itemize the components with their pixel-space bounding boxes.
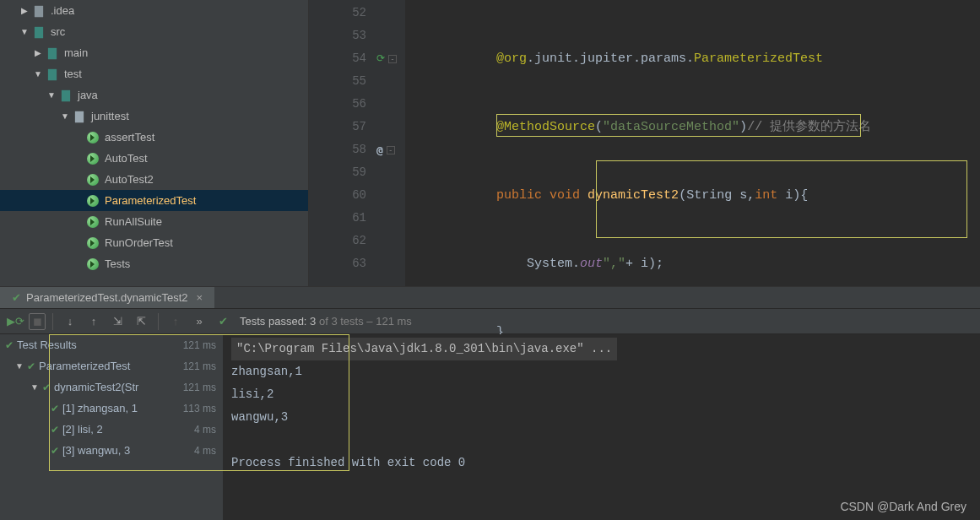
rerun-button[interactable]: ▶⟳ [5, 311, 25, 332]
tree-item-tests[interactable]: Tests [0, 253, 308, 274]
test-case[interactable]: ✔[1] zhangsan, 1113 ms [0, 398, 223, 419]
tree-item-autotest[interactable]: AutoTest [0, 148, 308, 169]
line-numbers: 525354555657585960616263 [329, 0, 373, 286]
project-tree[interactable]: ▶▇.idea ▼▇src ▶▇main ▼▇test ▼▇java ▼▇jun… [0, 0, 309, 286]
class-icon [86, 173, 100, 187]
class-icon [86, 152, 100, 165]
class-icon [86, 236, 100, 250]
expand-icon[interactable]: ⇲ [107, 311, 127, 332]
stop-button[interactable]: ◼ [29, 313, 46, 330]
tree-item-junittest[interactable]: ▼▇junittest [0, 106, 308, 127]
console-output[interactable]: "C:\Program Files\Java\jdk1.8.0_301\bin\… [223, 334, 980, 520]
close-icon[interactable]: × [196, 291, 203, 304]
check-icon: ✔ [27, 360, 35, 372]
class-icon [86, 257, 100, 271]
vcs-change-icon: ⟳ [376, 47, 385, 70]
tree-item-java[interactable]: ▼▇java [0, 84, 308, 106]
run-tab-parameterizedtest[interactable]: ✔ ParameterizedTest.dynamicTest2 × [0, 287, 214, 308]
check-icon: ✔ [51, 424, 59, 436]
green-check-icon: ✔ [213, 311, 233, 332]
test-case[interactable]: ✔[3] wangwu, 34 ms [0, 440, 223, 461]
tree-item-runordertest[interactable]: RunOrderTest [0, 232, 308, 253]
test-method[interactable]: ▼✔dynamicTest2(Str121 ms [0, 376, 223, 398]
run-body: ✔Test Results121 ms ▼✔ParameterizedTest1… [0, 334, 980, 520]
test-results-tree[interactable]: ✔Test Results121 ms ▼✔ParameterizedTest1… [0, 334, 223, 520]
folder-icon: ▇ [46, 68, 59, 81]
package-icon: ▇ [73, 110, 86, 123]
test-root[interactable]: ✔Test Results121 ms [0, 334, 223, 355]
collapse-icon[interactable]: ⇱ [131, 311, 151, 332]
check-icon: ✔ [51, 445, 59, 457]
tree-item-test[interactable]: ▼▇test [0, 63, 308, 84]
prev-icon[interactable]: ↑ [165, 311, 186, 332]
class-icon [86, 194, 100, 208]
fold-minus-icon[interactable]: - [387, 146, 395, 154]
sort-down-icon[interactable]: ↓ [60, 311, 80, 332]
folder-icon: ▇ [59, 89, 73, 102]
run-ok-icon: ✔ [12, 291, 21, 304]
folder-icon: ▇ [32, 4, 46, 18]
class-icon [86, 131, 100, 144]
gutter-icons[interactable]: ⟳- @- [373, 0, 405, 286]
folder-icon: ▇ [46, 46, 59, 60]
tree-item-runallsuite[interactable]: RunAllSuite [0, 211, 308, 232]
tree-item-src[interactable]: ▼▇src [0, 21, 308, 42]
tree-item-autotest2[interactable]: AutoTest2 [0, 169, 308, 190]
annotation-at-icon: @ [376, 138, 383, 161]
check-icon: ✔ [5, 339, 14, 351]
class-icon [86, 215, 100, 229]
check-icon: ✔ [51, 403, 59, 414]
tree-item-main[interactable]: ▶▇main [0, 42, 308, 63]
watermark: CSDN @Dark And Grey [840, 500, 966, 513]
code-area[interactable]: @org.junit.jupiter.params.ParameterizedT… [405, 0, 980, 286]
run-tab-label: ParameterizedTest.dynamicTest2 [26, 291, 187, 304]
fold-minus-icon[interactable]: - [388, 55, 397, 63]
folder-teal-icon: ▇ [32, 25, 46, 39]
test-case[interactable]: ✔[2] lisi, 24 ms [0, 419, 223, 440]
tree-item-parameterizedtest[interactable]: ParameterizedTest [0, 190, 308, 211]
tree-item-asserttest[interactable]: assertTest [0, 127, 308, 148]
test-class[interactable]: ▼✔ParameterizedTest121 ms [0, 355, 223, 376]
chevron-right-icon[interactable]: » [189, 311, 209, 332]
tests-status: Tests passed: 3 of 3 tests – 121 ms [240, 315, 412, 328]
tree-item-idea[interactable]: ▶▇.idea [0, 0, 308, 21]
check-icon: ✔ [42, 382, 51, 393]
code-editor[interactable]: 525354555657585960616263 ⟳- @- @org.juni… [309, 0, 980, 286]
sort-up-icon[interactable]: ↑ [84, 311, 104, 332]
